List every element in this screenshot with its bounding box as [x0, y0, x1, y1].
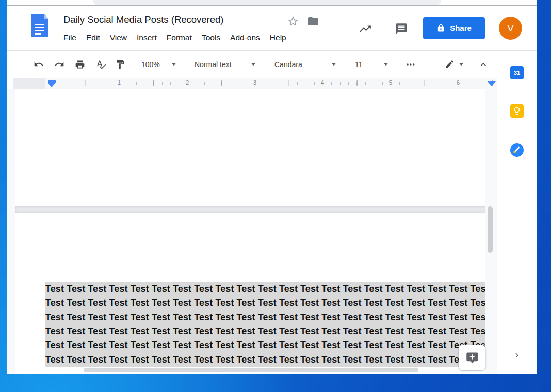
header-divider: [334, 6, 334, 51]
page-1[interactable]: [15, 89, 485, 206]
text-line[interactable]: Test Test Test Test Test Test Test Test …: [45, 338, 485, 352]
text-line[interactable]: Test Test Test Test Test Test Test Test …: [45, 324, 485, 338]
ruler-mark-3: 3: [251, 79, 258, 86]
paragraph-style-value: Normal text: [195, 60, 232, 69]
ruler-mark-2: 2: [184, 79, 191, 86]
move-folder-icon[interactable]: [307, 15, 319, 27]
share-button-label: Share: [450, 24, 472, 32]
menu-item-file[interactable]: File: [63, 33, 76, 42]
menu-item-format[interactable]: Format: [167, 33, 192, 42]
more-options-icon[interactable]: [404, 58, 417, 71]
font-size-select[interactable]: 11: [355, 60, 363, 69]
sidebar-expand-chevron-icon[interactable]: [510, 349, 524, 362]
star-icon[interactable]: [287, 15, 299, 27]
text-line[interactable]: Test Test Test Test Test Test Test Test …: [45, 296, 485, 310]
paragraph-style-caret-icon[interactable]: [251, 63, 255, 66]
zoom-caret-icon[interactable]: [172, 63, 176, 66]
keep-icon[interactable]: [510, 104, 524, 118]
share-button[interactable]: Share: [423, 17, 485, 39]
google-docs-logo-icon[interactable]: [31, 14, 48, 39]
redo-icon[interactable]: [53, 58, 66, 71]
ruler-mark-5: 5: [387, 79, 394, 86]
toolbar: 100% Normal text Candara 11: [7, 51, 537, 77]
collapse-toolbar-icon[interactable]: [477, 58, 490, 71]
ruler-mark-4: 4: [319, 79, 326, 86]
calendar-icon[interactable]: 31: [510, 66, 524, 79]
font-family-select[interactable]: Candara: [274, 60, 302, 69]
text-line[interactable]: Test Test Test Test Test Test Test Test …: [45, 353, 485, 367]
text-line[interactable]: Test Test Test Test Test Test Test Test …: [45, 311, 485, 324]
vertical-scrollbar-thumb[interactable]: [488, 206, 493, 253]
tasks-icon[interactable]: [510, 143, 524, 157]
menu-item-help[interactable]: Help: [270, 33, 286, 42]
calendar-day-label: 31: [514, 70, 520, 76]
menu-item-edit[interactable]: Edit: [86, 33, 100, 42]
font-family-value: Candara: [274, 60, 302, 69]
ruler-mark-6: 6: [455, 79, 462, 86]
right-indent-marker[interactable]: [488, 81, 496, 86]
undo-icon[interactable]: [32, 58, 45, 71]
left-indent-marker[interactable]: [47, 80, 56, 87]
horizontal-scrollbar-thumb[interactable]: [84, 368, 418, 372]
selected-text-block: Test Test Test Test Test Test Test Test …: [45, 282, 485, 367]
document-title[interactable]: Daily Social Media Posts (Recovered): [63, 14, 224, 25]
account-avatar[interactable]: V: [499, 17, 522, 40]
editing-mode-pen-icon[interactable]: [443, 58, 456, 71]
font-family-caret-icon[interactable]: [332, 63, 336, 66]
editing-mode-caret-icon[interactable]: [459, 63, 463, 66]
zoom-select[interactable]: 100%: [141, 60, 160, 69]
print-icon[interactable]: [73, 58, 87, 71]
explore-button[interactable]: [459, 345, 485, 370]
menu-bar: File Edit View Insert Format Tools Add-o…: [63, 33, 286, 42]
comment-history-icon[interactable]: [395, 22, 408, 36]
ruler-mark-1: 1: [116, 79, 123, 86]
page-2[interactable]: Test Test Test Test Test Test Test Test …: [15, 213, 485, 374]
document-canvas: Test Test Test Test Test Test Test Test …: [7, 89, 497, 374]
ruler: 1 2 3 4 5 6: [13, 78, 497, 89]
menu-item-insert[interactable]: Insert: [137, 33, 157, 42]
text-line[interactable]: Test Test Test Test Test Test Test Test …: [45, 282, 485, 296]
avatar-initial: V: [507, 23, 514, 34]
lock-icon: [436, 24, 445, 32]
browser-edge-strip: [7, 0, 537, 6]
companion-sidebar: 31: [497, 51, 537, 374]
font-size-caret-icon[interactable]: [384, 63, 388, 66]
insights-trending-icon[interactable]: [359, 22, 372, 36]
page-break-gap: [15, 206, 485, 213]
browser-omnibox-remnant: [93, 0, 441, 5]
menu-item-addons[interactable]: Add-ons: [230, 33, 260, 42]
zoom-value: 100%: [141, 60, 160, 69]
menu-item-tools[interactable]: Tools: [202, 33, 220, 42]
spellcheck-icon[interactable]: [94, 58, 108, 71]
google-docs-window: Daily Social Media Posts (Recovered) Fil…: [7, 0, 537, 374]
paint-format-icon[interactable]: [114, 58, 127, 71]
paragraph-style-select[interactable]: Normal text: [195, 60, 232, 69]
explore-sparkle-icon: [465, 351, 479, 365]
desktop: { "header": { "doc_title": "Daily Social…: [0, 0, 551, 392]
docs-header: Daily Social Media Posts (Recovered) Fil…: [7, 6, 537, 51]
menu-item-view[interactable]: View: [110, 33, 127, 42]
font-size-value: 11: [355, 60, 363, 69]
ruler-margin-zone: [13, 78, 45, 89]
